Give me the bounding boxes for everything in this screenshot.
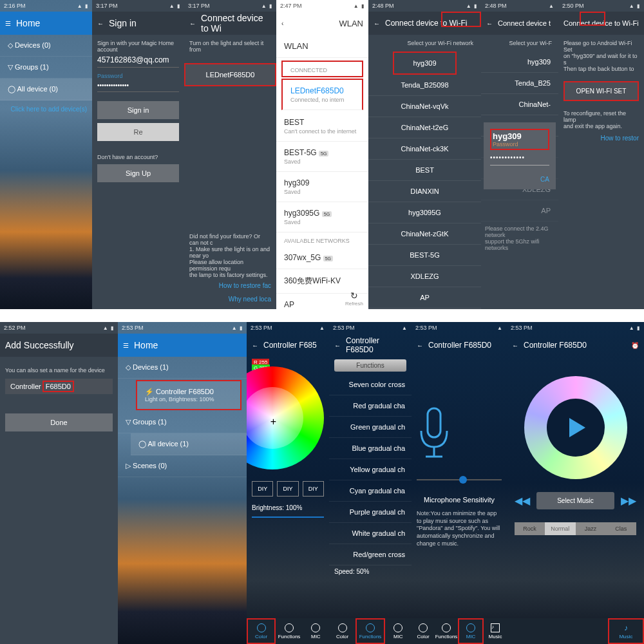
wifi-item[interactable]: AP	[368, 287, 481, 308]
password-popup: hyg309 Password •••••••••••• CA	[484, 122, 556, 189]
tab-color[interactable]: Color	[247, 618, 276, 644]
password-input[interactable]: ••••••••••••	[490, 150, 549, 166]
tab-functions[interactable]: Functions	[355, 618, 384, 644]
menu-icon[interactable]: ☰	[5, 20, 11, 27]
menu-icon[interactable]: ☰	[123, 342, 129, 349]
back-icon[interactable]: ←	[512, 342, 518, 349]
diy-button[interactable]: DIY	[252, 481, 273, 497]
tab-mic[interactable]: MIC	[385, 618, 412, 644]
sensitivity-slider[interactable]	[417, 479, 502, 480]
function-item[interactable]: White gradual ch	[329, 523, 412, 544]
function-item[interactable]: Red/green cross	[329, 544, 412, 565]
wifi-item[interactable]: hyg3095G	[368, 202, 481, 223]
back-icon[interactable]: ←	[97, 20, 104, 27]
back-icon[interactable]: ‹	[281, 20, 283, 27]
wifi-item[interactable]: ChinaNet-zGtK	[368, 223, 481, 245]
wifi-item[interactable]: ChinaNet-t2eG	[368, 117, 481, 138]
wifi-connected[interactable]: LEDnetF685D0 Connected, no intern	[281, 79, 363, 110]
page-title: Home	[16, 18, 40, 28]
signup-button[interactable]: Sign Up	[97, 164, 179, 182]
tab-functions[interactable]: Functions	[435, 618, 458, 644]
wifi-item[interactable]: XDLEZG	[368, 266, 481, 287]
signin-button[interactable]: Sign in	[97, 101, 179, 119]
genre-classic[interactable]: Clas	[606, 522, 636, 535]
wifi-item[interactable]: BEST	[368, 160, 481, 181]
all-device-row[interactable]: ◯ All device (0)	[0, 79, 92, 100]
restore-link[interactable]: How to restore fac	[189, 282, 271, 289]
screen-wlan: 2:47 PM▲ ▮ ‹WLAN WLAN CONNECTED LEDnetF6…	[276, 0, 368, 309]
back-icon[interactable]: ←	[252, 342, 258, 349]
next-button[interactable]: ▶▶	[621, 495, 636, 507]
prev-button[interactable]: ◀◀	[515, 495, 530, 507]
done-button[interactable]: Done	[5, 413, 113, 431]
wifi-item[interactable]: DIANXIN	[368, 181, 481, 202]
groups-row[interactable]: ▽ Groups (1)	[0, 57, 92, 79]
function-item[interactable]: Purple gradual ch	[329, 502, 412, 523]
tab-music[interactable]: ♪Music	[484, 618, 507, 644]
functions-dropdown[interactable]: Functions	[334, 359, 406, 372]
color-wheel[interactable]: +	[247, 366, 324, 469]
scenes-section[interactable]: ▷ Scenes (0)	[118, 455, 247, 477]
device-row[interactable]: ⚡ Controller F685D0 Light on, Brightness…	[136, 380, 242, 410]
back-icon[interactable]: ←	[486, 20, 493, 27]
svg-marker-3	[569, 418, 585, 437]
wifi-item[interactable]: BEST-5G	[368, 245, 481, 266]
all-device-row[interactable]: ◯ All device (1)	[131, 433, 247, 455]
wifi-item[interactable]: hyg309Saved	[276, 172, 368, 202]
genre-normal[interactable]: Normal	[545, 522, 575, 535]
password-field[interactable]: ••••••••••••••	[97, 79, 179, 92]
back-icon[interactable]: ←	[417, 342, 423, 349]
diy-button[interactable]: DIY	[277, 481, 298, 497]
brightness-slider[interactable]	[252, 516, 324, 518]
function-item[interactable]: Blue gradual cha	[329, 438, 412, 459]
function-item[interactable]: Yellow gradual ch	[329, 459, 412, 480]
tab-color[interactable]: Color	[412, 618, 435, 644]
device-name-input[interactable]: ControllerF685D0	[5, 379, 113, 394]
genre-jazz[interactable]: Jazz	[576, 522, 606, 535]
function-item[interactable]: Red gradual cha	[329, 395, 412, 417]
back-icon[interactable]: ←	[189, 20, 196, 27]
back-icon[interactable]: ←	[334, 342, 341, 349]
wifi-item[interactable]: hyg3095G 5GSaved	[276, 202, 368, 232]
mic-icon[interactable]	[412, 402, 507, 466]
wifi-item[interactable]: BESTCan't connect to the internet	[276, 111, 368, 142]
register-button[interactable]: Re	[97, 123, 179, 141]
genre-rock[interactable]: Rock	[515, 522, 545, 535]
tab-mic[interactable]: MIC	[303, 618, 329, 644]
select-music-button[interactable]: Select Music	[536, 492, 614, 509]
tab-color[interactable]: Color	[329, 618, 355, 644]
wifi-item[interactable]: BEST-5G 5GSaved	[276, 142, 368, 172]
diy-button[interactable]: DIY	[303, 481, 324, 497]
wifi-item[interactable]: Tenda_B25098	[368, 75, 481, 96]
devices-section[interactable]: ◇ Devices (1)	[118, 357, 247, 379]
wlan-toggle-row[interactable]: WLAN	[276, 35, 368, 58]
open-wifi-button[interactable]: OPEN WI-FI SET	[564, 81, 639, 101]
header: ☰ Home	[0, 12, 92, 35]
groups-section[interactable]: ▽ Groups (1)	[118, 412, 247, 433]
wifi-item[interactable]: 307wx_5G 5G	[276, 247, 368, 269]
wifi-item[interactable]: ChinaNet-vqVk	[368, 96, 481, 117]
add-device-hint[interactable]: Click here to add device(s)	[0, 100, 92, 118]
location-link[interactable]: Why need loca	[189, 296, 271, 303]
page-title: Sign in	[109, 18, 137, 28]
popup-action[interactable]: CA	[490, 176, 549, 183]
clock-icon[interactable]: ⏰	[631, 342, 639, 349]
tab-mic[interactable]: MIC	[458, 618, 484, 644]
wifi-item[interactable]: hyg309	[393, 52, 457, 75]
back-icon[interactable]: ←	[374, 20, 380, 27]
tab-music[interactable]: ♪Music	[608, 618, 644, 644]
devices-row[interactable]: ◇ Devices (0)	[0, 35, 92, 57]
restore-link[interactable]: How to restor	[564, 135, 639, 142]
function-item[interactable]: Green gradual ch	[329, 417, 412, 438]
device-item[interactable]: LEDnetF685D0	[184, 63, 276, 86]
tab-functions[interactable]: Functions	[276, 618, 302, 644]
function-item[interactable]: Cyan gradual cha	[329, 480, 412, 502]
wifi-item[interactable]: ChinaNet-ck3K	[368, 138, 481, 160]
email-field[interactable]: 457162863@qq.com	[97, 53, 179, 68]
refresh-button[interactable]: ↻Refresh	[345, 290, 363, 307]
page-title: Controller F685D0	[524, 341, 587, 350]
function-item[interactable]: Seven color cross	[329, 374, 412, 395]
page-title: Connect device t	[498, 19, 551, 27]
screen-home: 2:16 PM▲ ▮ ☰ Home ◇ Devices (0) ▽ Groups…	[0, 0, 92, 309]
music-disc[interactable]	[507, 376, 644, 479]
